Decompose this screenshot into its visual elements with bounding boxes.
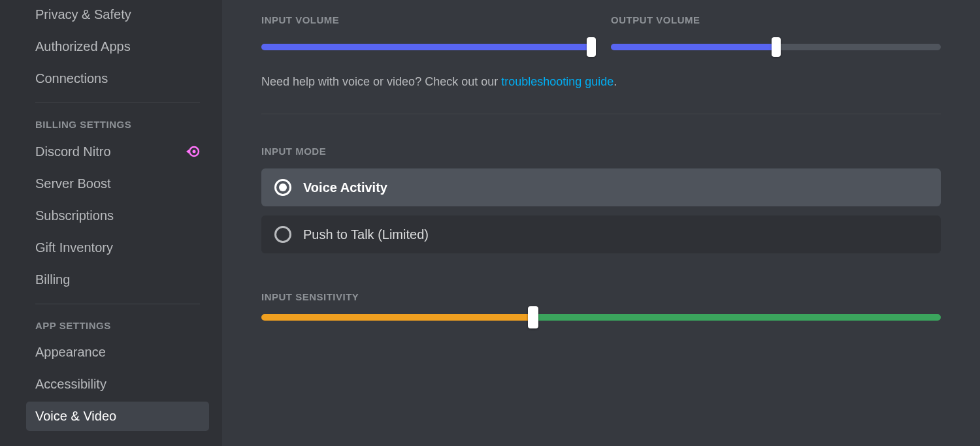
- sidebar-item-label: Gift Inventory: [35, 240, 113, 255]
- input-volume-slider[interactable]: [261, 37, 591, 57]
- radio-icon: [274, 179, 291, 196]
- sensitivity-thumb[interactable]: [528, 306, 538, 328]
- sidebar-item-discord-nitro[interactable]: Discord Nitro: [26, 136, 209, 167]
- radio-option-voice-activity[interactable]: Voice Activity: [261, 168, 941, 206]
- output-volume-column: OUTPUT VOLUME: [611, 14, 941, 57]
- input-volume-label: INPUT VOLUME: [261, 14, 591, 25]
- sidebar-divider: [35, 103, 200, 103]
- sidebar-item-gift-inventory[interactable]: Gift Inventory: [26, 233, 209, 263]
- sidebar-section-billing: BILLING SETTINGS: [26, 119, 209, 130]
- sidebar-item-appearance[interactable]: Appearance: [26, 338, 209, 367]
- input-sensitivity-slider[interactable]: [261, 314, 941, 321]
- sidebar-item-label: Connections: [35, 71, 108, 86]
- sidebar-item-label: Appearance: [35, 345, 106, 360]
- help-prefix: Need help with voice or video? Check out…: [261, 75, 501, 88]
- sidebar-divider: [35, 304, 200, 304]
- sidebar-item-server-boost[interactable]: Server Boost: [26, 169, 209, 199]
- sidebar-item-label: Privacy & Safety: [35, 7, 131, 22]
- radio-label: Push to Talk (Limited): [303, 227, 429, 242]
- help-suffix: .: [613, 75, 617, 88]
- sidebar-item-label: Accessibility: [35, 377, 106, 392]
- troubleshooting-link[interactable]: troubleshooting guide: [501, 75, 613, 88]
- sidebar-item-billing[interactable]: Billing: [26, 265, 209, 295]
- radio-icon: [274, 226, 291, 243]
- slider-thumb[interactable]: [772, 37, 781, 57]
- sidebar-item-voice-video[interactable]: Voice & Video: [26, 402, 209, 431]
- sidebar-section-app: APP SETTINGS: [26, 320, 209, 331]
- slider-track: [611, 44, 941, 50]
- sensitivity-track: [261, 314, 941, 321]
- radio-dot: [279, 183, 287, 191]
- sidebar-item-label: Authorized Apps: [35, 39, 131, 54]
- settings-sidebar: Privacy & Safety Authorized Apps Connect…: [0, 0, 222, 446]
- input-sensitivity-label: INPUT SENSITIVITY: [261, 291, 941, 302]
- settings-main: INPUT VOLUME OUTPUT VOLUME Need help wit…: [222, 0, 980, 446]
- sidebar-item-connections[interactable]: Connections: [26, 64, 209, 93]
- sidebar-item-label: Discord Nitro: [35, 144, 111, 159]
- help-text: Need help with voice or video? Check out…: [261, 74, 941, 90]
- sidebar-item-authorized-apps[interactable]: Authorized Apps: [26, 32, 209, 61]
- volume-section: INPUT VOLUME OUTPUT VOLUME: [261, 0, 941, 57]
- input-volume-column: INPUT VOLUME: [261, 14, 591, 57]
- sidebar-item-subscriptions[interactable]: Subscriptions: [26, 201, 209, 231]
- radio-label: Voice Activity: [303, 180, 387, 195]
- radio-option-push-to-talk[interactable]: Push to Talk (Limited): [261, 215, 941, 253]
- nitro-badge-icon: [184, 144, 200, 159]
- slider-track: [261, 44, 591, 50]
- input-mode-label: INPUT MODE: [261, 146, 941, 157]
- sidebar-item-label: Voice & Video: [35, 409, 116, 424]
- slider-thumb[interactable]: [587, 37, 596, 57]
- sidebar-item-label: Server Boost: [35, 176, 111, 191]
- sidebar-item-label: Billing: [35, 272, 70, 287]
- sidebar-item-label: Subscriptions: [35, 208, 114, 223]
- output-volume-label: OUTPUT VOLUME: [611, 14, 941, 25]
- sidebar-item-accessibility[interactable]: Accessibility: [26, 370, 209, 399]
- main-divider: [261, 114, 941, 114]
- sidebar-item-privacy-safety[interactable]: Privacy & Safety: [26, 0, 209, 29]
- slider-fill: [611, 44, 776, 50]
- sensitivity-right-fill: [533, 314, 941, 321]
- svg-point-1: [193, 150, 196, 153]
- output-volume-slider[interactable]: [611, 37, 941, 57]
- slider-fill: [261, 44, 591, 50]
- sensitivity-left-fill: [261, 314, 533, 321]
